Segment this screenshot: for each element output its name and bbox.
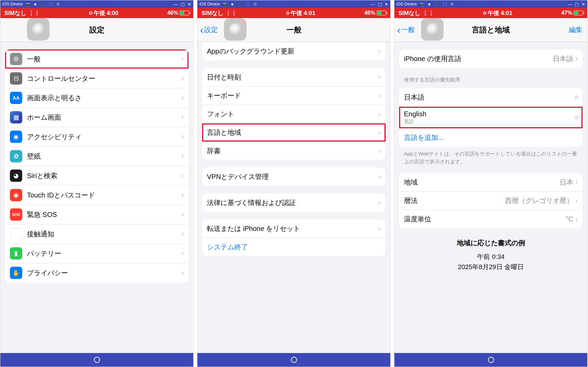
settings-row-accessibility[interactable]: ◉アクセシビリティ›	[5, 127, 188, 146]
chevron-right-icon: ›	[378, 172, 381, 181]
settings-row-sos[interactable]: SOS緊急 SOS›	[5, 205, 188, 224]
add-language-button[interactable]: 言語を追加...	[399, 128, 583, 147]
general-content: Appのバックグラウンド更新› 日付と時刻› キーボード› フォント› 言語と地…	[197, 42, 390, 353]
preferred-languages-footer: AppとWebサイトは、その言語をサポートしている場合はこのリストの一番上の言語…	[404, 150, 578, 165]
battery-icon	[574, 11, 583, 15]
chevron-right-icon: ›	[378, 147, 381, 156]
emulator-titlebar: iOS Device📷 ■ 🎧 ⛶ ⚙ —▢✕	[394, 0, 587, 8]
back-button[interactable]: ‹設定	[200, 24, 218, 36]
chevron-right-icon: ›	[378, 91, 381, 100]
chevron-right-icon: ›	[378, 128, 381, 137]
settings-row-privacy[interactable]: ✋プライバシー›	[5, 263, 188, 282]
battery-icon	[180, 11, 189, 15]
status-time: 午後 4:00	[94, 9, 118, 17]
hand-icon: ✋	[10, 267, 22, 279]
ios-status-bar: SIMなし⋮⋮ 午後 4:01 47%	[394, 8, 587, 18]
flower-icon: ✿	[10, 150, 22, 162]
settings-row-vpn[interactable]: VPNとデバイス管理›	[202, 167, 386, 186]
settings-row-home-screen[interactable]: ▦ホーム画面›	[5, 107, 188, 127]
chevron-right-icon: ›	[181, 93, 184, 102]
row-region[interactable]: 地域日本›	[399, 173, 583, 191]
chevron-left-icon: ‹	[200, 24, 204, 36]
format-example-date: 2025年8月29日 金曜日	[394, 263, 587, 271]
settings-row-fonts[interactable]: フォント›	[202, 105, 386, 123]
sim-status: SIMなし	[201, 9, 223, 17]
close-icon[interactable]: ✕	[384, 2, 388, 7]
emulator-toolbar-icons[interactable]: 📷 ■ 🎧 ⛶ ⚙	[26, 2, 61, 6]
drag-handle-icon[interactable]: ≡	[574, 114, 578, 121]
minimize-icon[interactable]: —	[568, 2, 572, 7]
siri-icon: ◕	[10, 170, 22, 182]
assistive-touch-button[interactable]	[421, 18, 444, 41]
close-icon[interactable]: ✕	[582, 2, 585, 7]
battery-percent: 46%	[167, 10, 178, 16]
wifi-icon: ⋮⋮	[225, 10, 237, 17]
sim-status: SIMなし	[4, 9, 26, 17]
chevron-right-icon: ›	[378, 198, 381, 207]
assistive-touch-button[interactable]	[224, 18, 247, 41]
settings-row-battery[interactable]: ▮バッテリー›	[5, 244, 188, 263]
apps-grid-icon: ▦	[10, 111, 22, 123]
settings-content: ⚙一般› ⊟コントロールセンター› AA画面表示と明るさ› ▦ホーム画面› ◉ア…	[0, 42, 193, 353]
toggles-icon: ⊟	[10, 72, 22, 85]
chevron-right-icon: ›	[181, 55, 184, 63]
row-temperature[interactable]: 温度単位°C›	[399, 210, 583, 228]
settings-row-control-center[interactable]: ⊟コントロールセンター›	[5, 69, 188, 88]
chevron-left-icon: ‹	[397, 24, 401, 36]
settings-row-background-refresh[interactable]: Appのバックグラウンド更新›	[202, 42, 386, 60]
emulator-toolbar-icons[interactable]: 📷 ■ 🎧 ⛶ ⚙	[223, 2, 258, 6]
battery-percent: 46%	[364, 10, 375, 16]
minimize-icon[interactable]: —	[370, 2, 375, 7]
settings-row-transfer-reset[interactable]: 転送または iPhone をリセット›	[202, 219, 386, 238]
close-icon[interactable]: ✕	[187, 2, 191, 7]
settings-row-display[interactable]: AA画面表示と明るさ›	[5, 88, 188, 107]
home-button[interactable]	[94, 357, 100, 363]
settings-row-date-time[interactable]: 日付と時刻›	[202, 68, 386, 86]
language-row-japanese[interactable]: 日本語≡	[399, 88, 583, 106]
maximize-icon[interactable]: ▢	[575, 2, 579, 7]
drag-handle-icon[interactable]: ≡	[574, 93, 578, 101]
assistive-touch-button[interactable]	[27, 18, 50, 41]
emulator-title: iOS Device	[199, 2, 220, 6]
emulator-toolbar-icons[interactable]: 📷 ■ 🎧 ⛶ ⚙	[420, 2, 456, 6]
chevron-right-icon: ›	[181, 230, 184, 238]
edit-button[interactable]: 編集	[569, 25, 583, 34]
language-region-content: iPhone の使用言語日本語› 使用する言語の優先順序 日本語≡ Englis…	[394, 42, 587, 353]
chevron-right-icon: ›	[575, 178, 578, 187]
settings-row-siri[interactable]: ◕Siriと検索›	[5, 166, 188, 185]
format-example-time: 午前 0:34	[394, 252, 587, 261]
sos-icon: SOS	[10, 208, 22, 221]
emulator-home-bar	[394, 353, 587, 367]
settings-row-general[interactable]: ⚙一般›	[5, 49, 188, 69]
chevron-right-icon: ›	[378, 110, 381, 119]
format-example-heading: 地域に応じた書式の例	[394, 238, 587, 248]
settings-row-wallpaper[interactable]: ✿壁紙›	[5, 146, 188, 166]
language-row-english[interactable]: English英語≡	[399, 106, 583, 128]
back-button[interactable]: ‹一般	[397, 24, 415, 36]
settings-row-shutdown[interactable]: システム終了	[202, 238, 386, 256]
accessibility-icon: ◉	[10, 131, 22, 143]
fingerprint-icon: ◉	[10, 189, 22, 201]
maximize-icon[interactable]: ▢	[378, 2, 382, 7]
row-calendar[interactable]: 暦法西暦（グレゴリオ暦）›	[399, 191, 583, 210]
ios-status-bar: SIMなし⋮⋮ 午後 4:01 46%	[197, 8, 390, 18]
emulator-titlebar: iOS Device 📷 ■ 🎧 ⛶ ⚙ — ▢ ✕	[0, 0, 193, 8]
gear-icon: ⚙	[10, 53, 22, 65]
settings-row-touchid[interactable]: ◉Touch IDとパスコード›	[5, 185, 188, 205]
maximize-icon[interactable]: ▢	[181, 2, 185, 7]
settings-row-keyboard[interactable]: キーボード›	[202, 86, 386, 105]
chevron-right-icon: ›	[378, 73, 381, 82]
settings-row-legal[interactable]: 法律に基づく情報および認証›	[202, 193, 386, 212]
home-button[interactable]	[291, 357, 297, 363]
minimize-icon[interactable]: —	[173, 2, 178, 7]
settings-row-dictionary[interactable]: 辞書›	[202, 142, 386, 160]
emulator-title: iOS Device	[396, 2, 417, 6]
chevron-right-icon: ›	[378, 224, 381, 233]
iphone-language-value: 日本語	[553, 54, 573, 63]
home-button[interactable]	[488, 357, 494, 363]
chevron-right-icon: ›	[378, 47, 381, 56]
settings-row-exposure[interactable]: ⦿接触通知›	[5, 224, 188, 244]
row-iphone-language[interactable]: iPhone の使用言語日本語›	[399, 49, 583, 68]
settings-row-language-region[interactable]: 言語と地域›	[202, 123, 386, 142]
chevron-right-icon: ›	[181, 268, 184, 277]
